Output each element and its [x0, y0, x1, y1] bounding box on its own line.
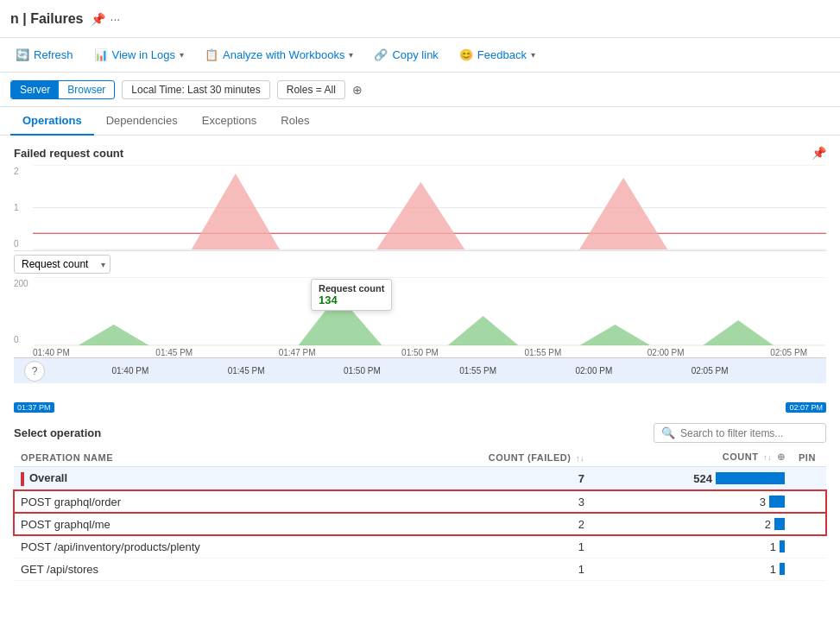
svg-marker-9: [79, 325, 149, 345]
count-failed-cell: 3: [382, 490, 591, 513]
search-icon: 🔍: [661, 426, 675, 439]
server-toggle-btn[interactable]: Server: [11, 81, 59, 98]
svg-marker-12: [448, 316, 519, 345]
workbooks-icon: 📋: [205, 48, 218, 61]
chart-type-dropdown-wrapper[interactable]: Request count ▾: [14, 255, 111, 274]
pin-icon[interactable]: 📌: [91, 12, 105, 26]
timeline-labels: 01:40 PM 01:45 PM 01:47 PM 01:50 PM 01:5…: [14, 346, 826, 357]
operation-name-cell: POST /api/inventory/products/plenty: [14, 535, 382, 558]
pin-cell[interactable]: [792, 513, 826, 535]
sort-icon-failed[interactable]: ↑↓: [576, 454, 584, 463]
chart-pin-icon[interactable]: 📌: [812, 146, 826, 160]
col-count-failed: COUNT (FAILED) ↑↓: [382, 448, 591, 467]
mini-timeline[interactable]: ? 01:40 PM 01:45 PM 01:50 PM 01:55 PM 02…: [14, 357, 826, 383]
operations-header: Select operation 🔍: [14, 423, 826, 443]
pin-cell[interactable]: [792, 490, 826, 513]
chevron-down-icon: ▾: [180, 50, 184, 60]
count-failed-cell: 7: [382, 467, 591, 491]
failed-request-chart[interactable]: 2 1 0: [14, 165, 826, 251]
copy-link-button[interactable]: 🔗 Copy link: [369, 45, 443, 65]
table-row[interactable]: Overall7524: [14, 467, 826, 491]
browser-toggle-btn[interactable]: Browser: [59, 81, 114, 98]
tab-roles[interactable]: Roles: [268, 107, 321, 136]
analyze-workbooks-button[interactable]: 📋 Analyze with Workbooks ▾: [199, 45, 358, 65]
pin-cell[interactable]: [792, 535, 826, 558]
request-count-chart-container: 200 0 Request count: [14, 277, 826, 346]
chart-type-dropdown[interactable]: Request count: [14, 255, 111, 274]
feedback-button[interactable]: 😊 Feedback ▾: [454, 45, 540, 65]
end-time-badge: 02:07 PM: [786, 402, 826, 413]
count-failed-cell: 1: [382, 558, 591, 580]
col-pin: PIN: [792, 448, 826, 467]
operations-section: Select operation 🔍 OPERATION NAME COUNT …: [0, 416, 840, 581]
request-chart-svg: [35, 277, 826, 346]
page-title: n | Failures: [10, 11, 84, 27]
timeline-help-icon[interactable]: ?: [24, 361, 45, 382]
sort-icon-count[interactable]: ↑↓: [763, 453, 772, 462]
count-cell: 2: [591, 513, 792, 535]
chevron-down-icon-3: ▾: [531, 50, 535, 60]
roles-filter[interactable]: Roles = All: [277, 80, 345, 99]
count-cell: 3: [591, 490, 792, 513]
tab-exceptions[interactable]: Exceptions: [190, 107, 269, 136]
time-range-filter[interactable]: Local Time: Last 30 minutes: [122, 80, 269, 99]
toolbar: 🔄 Refresh 📊 View in Logs ▾ 📋 Analyze wit…: [0, 38, 840, 73]
roles-label: Roles = All: [287, 84, 336, 96]
filters-bar: Server Browser Local Time: Last 30 minut…: [0, 73, 840, 107]
count-cell: 524: [591, 467, 792, 491]
refresh-icon: 🔄: [16, 48, 29, 61]
svg-marker-4: [192, 174, 280, 249]
svg-marker-14: [703, 320, 774, 345]
timeline-badge-row: 01:37 PM 02:07 PM: [14, 383, 826, 399]
y-axis-labels: 2 1 0: [14, 165, 31, 250]
filter-icon[interactable]: ⊕: [352, 83, 363, 97]
count-circle-icon[interactable]: ⊕: [777, 451, 786, 462]
mini-timeline-labels: 01:40 PM 01:45 PM 01:50 PM 01:55 PM 02:0…: [14, 366, 826, 376]
start-time-badge: 01:37 PM: [14, 402, 54, 413]
count-failed-cell: 2: [382, 513, 591, 535]
table-row[interactable]: POST graphql/me22: [14, 513, 826, 535]
col-operation-name: OPERATION NAME: [14, 448, 382, 467]
tab-dependencies[interactable]: Dependencies: [94, 107, 190, 136]
operation-name-cell: Overall: [14, 467, 382, 491]
request-count-chart[interactable]: 200 0 Request count: [14, 277, 826, 346]
svg-marker-6: [579, 178, 667, 249]
operation-name-cell: POST graphql/order: [14, 490, 382, 513]
refresh-button[interactable]: 🔄 Refresh: [10, 45, 79, 65]
svg-point-11: [333, 290, 342, 299]
pin-cell[interactable]: [792, 467, 826, 491]
count-cell: 1: [591, 535, 792, 558]
pin-cell[interactable]: [792, 558, 826, 580]
table-row[interactable]: GET /api/stores11: [14, 558, 826, 580]
tabs-bar: Operations Dependencies Exceptions Roles: [0, 107, 840, 136]
server-browser-toggle[interactable]: Server Browser: [10, 80, 115, 99]
svg-marker-13: [580, 325, 651, 345]
operation-name-cell: POST graphql/me: [14, 513, 382, 535]
search-box[interactable]: 🔍: [654, 423, 826, 443]
svg-marker-10: [299, 294, 382, 345]
table-row[interactable]: POST /api/inventory/products/plenty11: [14, 535, 826, 558]
failed-chart-svg: [33, 165, 826, 250]
count-bar: [716, 472, 785, 484]
request-chart-area[interactable]: Request count 134: [35, 277, 826, 346]
time-range-label: Local Time: Last 30 minutes: [131, 84, 260, 96]
more-icon[interactable]: ···: [111, 12, 121, 26]
count-cell: 1: [591, 558, 792, 580]
count-bar: [769, 496, 785, 508]
table-row[interactable]: POST graphql/order33: [14, 490, 826, 513]
operations-table: OPERATION NAME COUNT (FAILED) ↑↓ COUNT ↑…: [14, 448, 826, 581]
chart-title-failed: Failed request count 📌: [14, 146, 826, 160]
count-failed-cell: 1: [382, 535, 591, 558]
chart-section: Failed request count 📌 2 1 0: [0, 136, 840, 399]
operation-name-cell: GET /api/stores: [14, 558, 382, 580]
logs-icon: 📊: [94, 48, 108, 61]
count-bar: [780, 540, 785, 552]
operations-title: Select operation: [14, 426, 101, 439]
view-in-logs-button[interactable]: 📊 View in Logs ▾: [89, 45, 189, 65]
chevron-down-icon-2: ▾: [349, 50, 353, 60]
chart-area-failed[interactable]: [33, 165, 826, 250]
tab-operations[interactable]: Operations: [10, 107, 94, 136]
feedback-icon: 😊: [459, 48, 473, 61]
search-input[interactable]: [680, 427, 818, 439]
svg-marker-5: [376, 182, 464, 249]
